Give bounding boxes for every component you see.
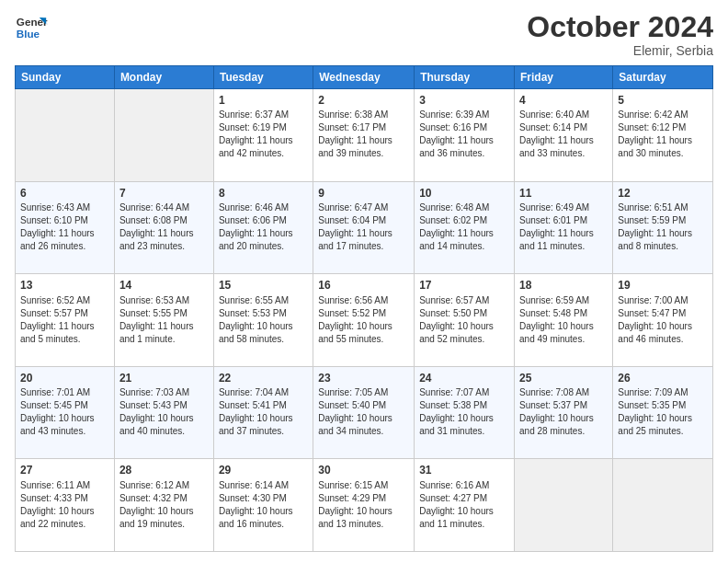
weekday-header: Thursday xyxy=(415,66,515,89)
calendar-day-cell: 5Sunrise: 6:42 AMSunset: 6:12 PMDaylight… xyxy=(613,89,713,182)
day-number: 15 xyxy=(219,278,308,293)
weekday-header: Tuesday xyxy=(213,66,313,89)
day-info: Sunrise: 6:52 AMSunset: 5:57 PMDaylight:… xyxy=(20,294,109,346)
calendar-day-cell xyxy=(114,89,213,182)
day-number: 16 xyxy=(318,278,409,293)
day-number: 5 xyxy=(618,93,708,108)
day-info: Sunrise: 6:38 AMSunset: 6:17 PMDaylight:… xyxy=(318,109,409,160)
calendar-day-cell: 27Sunrise: 6:11 AMSunset: 4:33 PMDayligh… xyxy=(16,459,115,552)
calendar-day-cell: 23Sunrise: 7:05 AMSunset: 5:40 PMDayligh… xyxy=(313,366,415,459)
day-info: Sunrise: 7:07 AMSunset: 5:38 PMDaylight:… xyxy=(419,386,509,438)
day-info: Sunrise: 7:01 AMSunset: 5:45 PMDaylight:… xyxy=(20,386,109,438)
day-info: Sunrise: 7:00 AMSunset: 5:47 PMDaylight:… xyxy=(618,294,708,346)
day-number: 18 xyxy=(519,278,608,293)
day-number: 20 xyxy=(20,371,109,385)
day-number: 9 xyxy=(318,186,409,201)
calendar-day-cell xyxy=(515,459,613,552)
calendar-day-cell: 19Sunrise: 7:00 AMSunset: 5:47 PMDayligh… xyxy=(613,274,713,367)
day-number: 24 xyxy=(419,371,509,385)
svg-text:Blue: Blue xyxy=(17,28,40,40)
calendar-day-cell xyxy=(613,459,713,552)
calendar-day-cell: 31Sunrise: 6:16 AMSunset: 4:27 PMDayligh… xyxy=(415,459,515,552)
calendar-day-cell: 14Sunrise: 6:53 AMSunset: 5:55 PMDayligh… xyxy=(114,274,213,367)
day-info: Sunrise: 6:46 AMSunset: 6:06 PMDaylight:… xyxy=(219,201,308,253)
day-info: Sunrise: 7:03 AMSunset: 5:43 PMDaylight:… xyxy=(119,386,209,438)
calendar-day-cell: 21Sunrise: 7:03 AMSunset: 5:43 PMDayligh… xyxy=(114,366,213,459)
day-number: 31 xyxy=(419,463,509,477)
calendar-day-cell: 22Sunrise: 7:04 AMSunset: 5:41 PMDayligh… xyxy=(213,366,313,459)
calendar-day-cell: 26Sunrise: 7:09 AMSunset: 5:35 PMDayligh… xyxy=(613,366,713,459)
subtitle: Elemir, Serbia xyxy=(527,43,713,58)
day-number: 22 xyxy=(219,371,308,385)
month-title: October 2024 xyxy=(527,11,713,43)
day-info: Sunrise: 6:55 AMSunset: 5:53 PMDaylight:… xyxy=(219,294,308,346)
calendar-day-cell: 2Sunrise: 6:38 AMSunset: 6:17 PMDaylight… xyxy=(313,89,415,182)
day-info: Sunrise: 6:40 AMSunset: 6:14 PMDaylight:… xyxy=(519,109,608,160)
calendar-day-cell: 8Sunrise: 6:46 AMSunset: 6:06 PMDaylight… xyxy=(213,181,313,274)
day-info: Sunrise: 6:37 AMSunset: 6:19 PMDaylight:… xyxy=(219,109,308,160)
day-number: 28 xyxy=(119,463,209,477)
calendar-day-cell: 17Sunrise: 6:57 AMSunset: 5:50 PMDayligh… xyxy=(415,274,515,367)
day-number: 26 xyxy=(618,371,708,385)
day-number: 29 xyxy=(219,463,308,477)
calendar-day-cell: 7Sunrise: 6:44 AMSunset: 6:08 PMDaylight… xyxy=(114,181,213,274)
weekday-header: Saturday xyxy=(613,66,713,89)
calendar-day-cell: 12Sunrise: 6:51 AMSunset: 5:59 PMDayligh… xyxy=(613,181,713,274)
calendar-day-cell xyxy=(16,89,115,182)
day-info: Sunrise: 6:11 AMSunset: 4:33 PMDaylight:… xyxy=(20,479,109,531)
day-info: Sunrise: 6:14 AMSunset: 4:30 PMDaylight:… xyxy=(219,479,308,531)
day-number: 4 xyxy=(519,93,608,108)
logo: General Blue xyxy=(15,11,48,44)
calendar-week-row: 27Sunrise: 6:11 AMSunset: 4:33 PMDayligh… xyxy=(16,459,713,552)
day-info: Sunrise: 6:56 AMSunset: 5:52 PMDaylight:… xyxy=(318,294,409,346)
calendar-day-cell: 13Sunrise: 6:52 AMSunset: 5:57 PMDayligh… xyxy=(16,274,115,367)
title-section: October 2024 Elemir, Serbia xyxy=(527,11,713,58)
day-number: 7 xyxy=(119,186,209,201)
calendar: SundayMondayTuesdayWednesdayThursdayFrid… xyxy=(15,65,713,552)
calendar-day-cell: 29Sunrise: 6:14 AMSunset: 4:30 PMDayligh… xyxy=(213,459,313,552)
day-number: 8 xyxy=(219,186,308,201)
calendar-day-cell: 10Sunrise: 6:48 AMSunset: 6:02 PMDayligh… xyxy=(415,181,515,274)
calendar-week-row: 20Sunrise: 7:01 AMSunset: 5:45 PMDayligh… xyxy=(16,366,713,459)
calendar-day-cell: 20Sunrise: 7:01 AMSunset: 5:45 PMDayligh… xyxy=(16,366,115,459)
calendar-day-cell: 28Sunrise: 6:12 AMSunset: 4:32 PMDayligh… xyxy=(114,459,213,552)
calendar-week-row: 6Sunrise: 6:43 AMSunset: 6:10 PMDaylight… xyxy=(16,181,713,274)
day-info: Sunrise: 6:44 AMSunset: 6:08 PMDaylight:… xyxy=(119,201,209,253)
day-info: Sunrise: 6:59 AMSunset: 5:48 PMDaylight:… xyxy=(519,294,608,346)
day-info: Sunrise: 6:43 AMSunset: 6:10 PMDaylight:… xyxy=(20,201,109,253)
day-number: 14 xyxy=(119,278,209,293)
day-info: Sunrise: 7:08 AMSunset: 5:37 PMDaylight:… xyxy=(519,386,608,438)
day-info: Sunrise: 6:53 AMSunset: 5:55 PMDaylight:… xyxy=(119,294,209,346)
day-info: Sunrise: 6:16 AMSunset: 4:27 PMDaylight:… xyxy=(419,479,509,531)
day-number: 19 xyxy=(618,278,708,293)
weekday-header: Wednesday xyxy=(313,66,415,89)
day-info: Sunrise: 6:48 AMSunset: 6:02 PMDaylight:… xyxy=(419,201,509,253)
weekday-header: Friday xyxy=(515,66,613,89)
day-number: 17 xyxy=(419,278,509,293)
day-number: 1 xyxy=(219,93,308,108)
day-number: 12 xyxy=(618,186,708,201)
day-info: Sunrise: 6:57 AMSunset: 5:50 PMDaylight:… xyxy=(419,294,509,346)
day-info: Sunrise: 6:39 AMSunset: 6:16 PMDaylight:… xyxy=(419,109,509,160)
calendar-day-cell: 16Sunrise: 6:56 AMSunset: 5:52 PMDayligh… xyxy=(313,274,415,367)
logo-icon: General Blue xyxy=(15,11,48,44)
calendar-week-row: 13Sunrise: 6:52 AMSunset: 5:57 PMDayligh… xyxy=(16,274,713,367)
weekday-header-row: SundayMondayTuesdayWednesdayThursdayFrid… xyxy=(16,66,713,89)
weekday-header: Sunday xyxy=(16,66,115,89)
day-number: 13 xyxy=(20,278,109,293)
svg-text:General: General xyxy=(17,16,48,28)
day-number: 3 xyxy=(419,93,509,108)
day-info: Sunrise: 6:42 AMSunset: 6:12 PMDaylight:… xyxy=(618,109,708,160)
calendar-day-cell: 15Sunrise: 6:55 AMSunset: 5:53 PMDayligh… xyxy=(213,274,313,367)
day-info: Sunrise: 7:05 AMSunset: 5:40 PMDaylight:… xyxy=(318,386,409,438)
day-info: Sunrise: 7:04 AMSunset: 5:41 PMDaylight:… xyxy=(219,386,308,438)
day-info: Sunrise: 6:12 AMSunset: 4:32 PMDaylight:… xyxy=(119,479,209,531)
calendar-day-cell: 4Sunrise: 6:40 AMSunset: 6:14 PMDaylight… xyxy=(515,89,613,182)
calendar-day-cell: 9Sunrise: 6:47 AMSunset: 6:04 PMDaylight… xyxy=(313,181,415,274)
day-number: 6 xyxy=(20,186,109,201)
day-number: 10 xyxy=(419,186,509,201)
day-number: 11 xyxy=(519,186,608,201)
day-info: Sunrise: 6:47 AMSunset: 6:04 PMDaylight:… xyxy=(318,201,409,253)
calendar-day-cell: 11Sunrise: 6:49 AMSunset: 6:01 PMDayligh… xyxy=(515,181,613,274)
day-number: 25 xyxy=(519,371,608,385)
